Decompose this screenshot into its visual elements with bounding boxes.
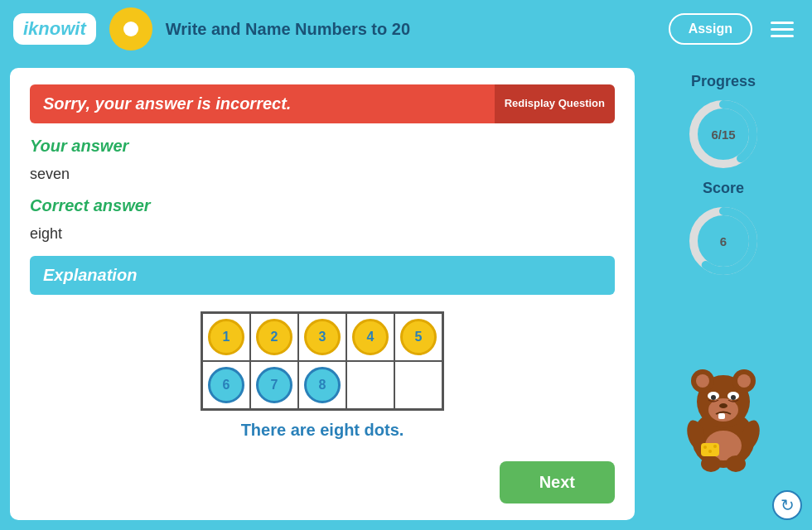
dot-cell-4: 4	[346, 313, 394, 361]
score-section: Score 6	[686, 180, 761, 278]
dot-8: 8	[304, 367, 341, 403]
dot-cell-9	[346, 361, 394, 409]
dots-caption: There are eight dots.	[241, 421, 404, 440]
page-title: Write and Name Numbers to 20	[166, 20, 655, 39]
dots-section: 1 2 3 4 5 6 7	[30, 311, 615, 440]
your-answer-label: Your answer	[30, 137, 615, 156]
next-button[interactable]: Next	[500, 461, 615, 504]
dot-cell-1: 1	[202, 313, 250, 361]
score-donut: 6	[686, 204, 761, 278]
progress-value: 6/15	[711, 128, 735, 142]
incorrect-banner: Sorry, your answer is incorrect. Redispl…	[30, 84, 615, 123]
dot-1: 1	[208, 319, 244, 355]
dot-cell-8: 8	[298, 361, 346, 409]
svg-point-25	[713, 445, 717, 448]
dot-cell-3: 3	[298, 313, 346, 361]
svg-point-15	[719, 403, 727, 408]
right-panel: Progress 6/15 Score 6	[645, 68, 802, 520]
dot-cell-7: 7	[250, 361, 298, 409]
svg-point-9	[737, 374, 751, 388]
svg-point-24	[708, 450, 712, 453]
progress-donut: 6/15	[686, 97, 761, 171]
header-icon-circle	[109, 7, 152, 51]
svg-point-14	[731, 395, 736, 400]
mascot-icon	[669, 340, 777, 472]
score-value: 6	[720, 234, 727, 248]
correct-answer-value: eight	[30, 225, 615, 243]
svg-point-23	[703, 446, 707, 449]
menu-button[interactable]	[766, 17, 799, 42]
mascot-area	[669, 287, 777, 479]
hamburger-line-1	[771, 22, 794, 24]
svg-point-7	[696, 374, 709, 388]
dot-cell-2: 2	[250, 313, 298, 361]
incorrect-message: Sorry, your answer is incorrect.	[30, 84, 495, 123]
explanation-bar: Explanation	[30, 256, 615, 295]
svg-point-20	[701, 455, 721, 472]
progress-label: Progress	[691, 73, 756, 90]
next-button-wrapper: Next	[30, 453, 615, 504]
dot-5: 5	[400, 319, 437, 355]
hamburger-line-2	[771, 28, 794, 31]
dot-cell-5: 5	[394, 313, 442, 361]
hamburger-line-3	[771, 35, 794, 37]
left-panel: Sorry, your answer is incorrect. Redispl…	[10, 68, 635, 520]
svg-point-21	[726, 455, 746, 472]
header-icon-inner	[123, 22, 138, 36]
back-icon: ↻	[781, 495, 795, 515]
svg-rect-16	[718, 413, 725, 419]
dot-cell-6: 6	[202, 361, 250, 409]
dot-2: 2	[256, 319, 292, 355]
back-button[interactable]: ↻	[772, 490, 802, 520]
dot-4: 4	[352, 319, 389, 355]
header: iknowit Write and Name Numbers to 20 Ass…	[0, 0, 812, 58]
logo: iknowit	[13, 13, 96, 45]
assign-button[interactable]: Assign	[669, 13, 752, 45]
dot-6: 6	[208, 367, 244, 403]
svg-point-12	[711, 395, 716, 400]
correct-answer-label: Correct answer	[30, 196, 615, 215]
your-answer-value: seven	[30, 166, 615, 183]
progress-section: Progress 6/15	[686, 73, 761, 171]
dots-grid: 1 2 3 4 5 6 7	[201, 311, 444, 411]
main-layout: Sorry, your answer is incorrect. Redispl…	[0, 58, 812, 530]
dot-7: 7	[256, 367, 292, 403]
dot-3: 3	[304, 319, 341, 355]
score-label: Score	[703, 180, 744, 197]
logo-text: iknowit	[23, 18, 86, 40]
dot-cell-10	[394, 361, 442, 409]
redisplay-button[interactable]: Redisplay Question	[495, 84, 615, 123]
